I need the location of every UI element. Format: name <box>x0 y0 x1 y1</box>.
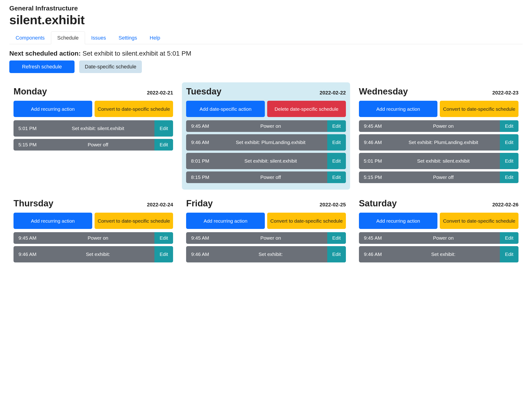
action-time: 9:46 AM <box>13 246 41 263</box>
action-time: 5:15 PM <box>359 172 387 183</box>
action-time: 9:45 AM <box>186 232 214 244</box>
day-buttons: Add recurring actionConvert to date-spec… <box>359 101 519 117</box>
edit-action-button[interactable]: Edit <box>327 232 346 244</box>
day-name: Friday <box>186 199 213 209</box>
day-header: Wednesday2022-02-23 <box>359 87 519 97</box>
tab-help[interactable]: Help <box>143 31 167 44</box>
day-card-saturday: Saturday2022-02-26Add recurring actionCo… <box>355 194 523 269</box>
convert-button[interactable]: Convert to date-specific schedule <box>267 213 346 229</box>
convert-button[interactable]: Convert to date-specific schedule <box>440 213 519 229</box>
add-recurring-button[interactable]: Add recurring action <box>359 101 438 117</box>
day-header: Friday2022-02-25 <box>186 199 346 209</box>
edit-action-button[interactable]: Edit <box>500 134 519 151</box>
schedule-action-row: 9:45 AMPower onEdit <box>359 232 519 244</box>
day-name: Tuesday <box>186 87 221 97</box>
action-description: Power on <box>214 120 327 132</box>
add-date-specific-button[interactable]: Add date-specific action <box>186 101 265 117</box>
convert-button[interactable]: Convert to date-specific schedule <box>95 101 173 117</box>
action-description: Power on <box>387 120 500 132</box>
schedule-action-row: 9:45 AMPower onEdit <box>186 232 346 244</box>
convert-button[interactable]: Convert to date-specific schedule <box>95 213 173 229</box>
add-recurring-button[interactable]: Add recurring action <box>13 101 92 117</box>
edit-action-button[interactable]: Edit <box>500 153 519 169</box>
add-recurring-button[interactable]: Add recurring action <box>359 213 438 229</box>
edit-action-button[interactable]: Edit <box>154 120 173 136</box>
tab-settings[interactable]: Settings <box>112 31 143 44</box>
action-time: 5:01 PM <box>359 153 387 169</box>
schedule-action-row: 8:01 PMSet exhibit: silent.exhibitEdit <box>186 153 346 169</box>
schedule-action-row: 5:15 PMPower offEdit <box>13 139 173 151</box>
action-description: Set exhibit: silent.exhibit <box>214 153 327 169</box>
day-header: Thursday2022-02-24 <box>13 199 173 209</box>
day-date: 2022-02-23 <box>492 90 519 96</box>
action-description: Power on <box>214 232 327 244</box>
action-time: 8:01 PM <box>186 153 214 169</box>
action-time: 9:46 AM <box>359 134 387 151</box>
day-card-friday: Friday2022-02-25Add recurring actionConv… <box>182 194 350 269</box>
action-time: 5:01 PM <box>13 120 41 136</box>
day-date: 2022-02-22 <box>320 90 346 96</box>
day-date: 2022-02-25 <box>320 202 346 208</box>
schedule-action-row: 9:46 AMSet exhibit: PlumLanding.exhibitE… <box>186 134 346 151</box>
tab-issues[interactable]: Issues <box>85 31 113 44</box>
refresh-schedule-button[interactable]: Refresh schedule <box>9 61 75 73</box>
day-buttons: Add recurring actionConvert to date-spec… <box>359 213 519 229</box>
day-date: 2022-02-21 <box>147 90 173 96</box>
action-description: Set exhibit: <box>41 246 154 263</box>
action-time: 8:15 PM <box>186 172 214 183</box>
edit-action-button[interactable]: Edit <box>154 232 173 244</box>
edit-action-button[interactable]: Edit <box>327 153 346 169</box>
action-description: Set exhibit: <box>214 246 327 263</box>
schedule-action-row: 9:45 AMPower onEdit <box>359 120 519 132</box>
delete-date-specific-button[interactable]: Delete date-specific schedule <box>267 101 346 117</box>
action-description: Set exhibit: PlumLanding.exhibit <box>387 134 500 151</box>
edit-action-button[interactable]: Edit <box>327 246 346 263</box>
action-description: Set exhibit: <box>387 246 500 263</box>
next-action-text: Set exhibit to silent.exhibit at 5:01 PM <box>83 50 191 57</box>
day-buttons: Add recurring actionConvert to date-spec… <box>186 213 346 229</box>
day-name: Monday <box>13 87 47 97</box>
breadcrumb: General Infrastructure <box>9 5 523 12</box>
top-button-row: Refresh schedule Date-specific schedule <box>9 61 523 73</box>
schedule-action-row: 5:15 PMPower offEdit <box>359 172 519 183</box>
date-specific-schedule-button[interactable]: Date-specific schedule <box>79 61 142 73</box>
tab-schedule[interactable]: Schedule <box>51 31 85 44</box>
action-description: Power on <box>41 232 154 244</box>
action-time: 9:46 AM <box>186 134 214 151</box>
day-header: Monday2022-02-21 <box>13 87 173 97</box>
action-time: 9:46 AM <box>186 246 214 263</box>
action-description: Set exhibit: silent.exhibit <box>41 120 154 136</box>
edit-action-button[interactable]: Edit <box>500 232 519 244</box>
edit-action-button[interactable]: Edit <box>500 172 519 183</box>
edit-action-button[interactable]: Edit <box>327 172 346 183</box>
day-card-monday: Monday2022-02-21Add recurring actionConv… <box>9 82 177 190</box>
action-time: 9:45 AM <box>186 120 214 132</box>
day-card-tuesday: Tuesday2022-02-22Add date-specific actio… <box>182 82 350 190</box>
schedule-action-row: 5:01 PMSet exhibit: silent.exhibitEdit <box>13 120 173 136</box>
edit-action-button[interactable]: Edit <box>154 246 173 263</box>
day-card-thursday: Thursday2022-02-24Add recurring actionCo… <box>9 194 177 269</box>
convert-button[interactable]: Convert to date-specific schedule <box>440 101 519 117</box>
day-name: Saturday <box>359 199 397 209</box>
page-root: General Infrastructure silent.exhibit Co… <box>0 0 532 273</box>
action-description: Power on <box>387 232 500 244</box>
schedule-action-row: 9:46 AMSet exhibit: PlumLanding.exhibitE… <box>359 134 519 151</box>
page-title: silent.exhibit <box>9 13 523 27</box>
day-date: 2022-02-26 <box>492 202 519 208</box>
day-header: Tuesday2022-02-22 <box>186 87 346 97</box>
next-action-label: Next scheduled action: <box>9 50 81 57</box>
edit-action-button[interactable]: Edit <box>500 246 519 263</box>
schedule-action-row: 9:45 AMPower onEdit <box>13 232 173 244</box>
edit-action-button[interactable]: Edit <box>327 120 346 132</box>
day-buttons: Add recurring actionConvert to date-spec… <box>13 101 173 117</box>
edit-action-button[interactable]: Edit <box>154 139 173 151</box>
edit-action-button[interactable]: Edit <box>500 120 519 132</box>
action-time: 5:15 PM <box>13 139 41 151</box>
next-scheduled-action: Next scheduled action: Set exhibit to si… <box>9 50 523 57</box>
tab-components[interactable]: Components <box>9 31 51 44</box>
edit-action-button[interactable]: Edit <box>327 134 346 151</box>
add-recurring-button[interactable]: Add recurring action <box>186 213 265 229</box>
add-recurring-button[interactable]: Add recurring action <box>13 213 92 229</box>
day-name: Thursday <box>13 199 53 209</box>
days-grid: Monday2022-02-21Add recurring actionConv… <box>9 82 523 269</box>
